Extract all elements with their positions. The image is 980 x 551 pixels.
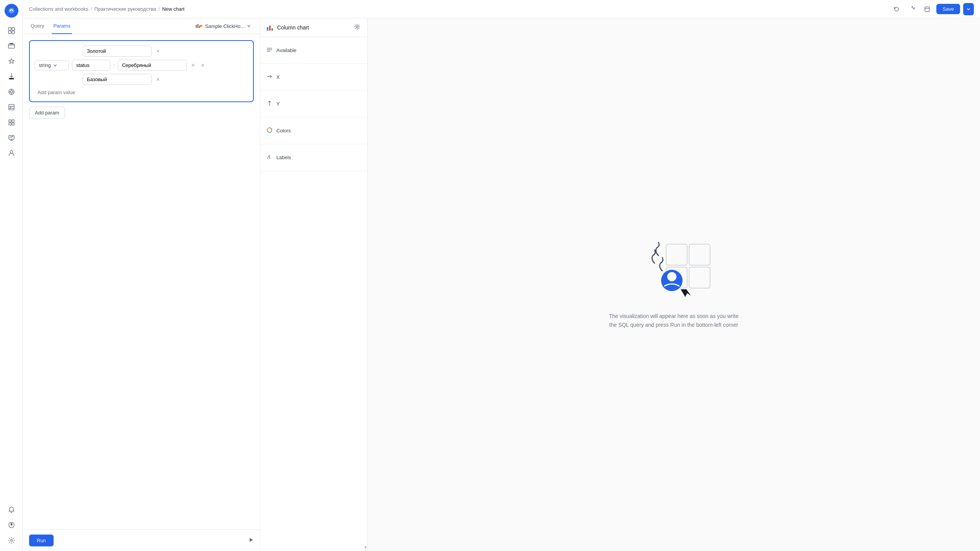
app-logo[interactable]: [5, 4, 18, 18]
chart-options-scroll: Available X Y: [260, 37, 367, 551]
param-row: × string : × ×: [29, 40, 254, 102]
chart-option-colors-label: Colors: [276, 128, 291, 134]
sidebar-item-favorites[interactable]: [5, 54, 18, 68]
svg-point-26: [356, 26, 358, 28]
remove-value-1-button[interactable]: ×: [155, 47, 161, 55]
breadcrumb: Collections and workbooks / Практические…: [29, 6, 887, 12]
tab-params[interactable]: Params: [52, 18, 72, 34]
svg-rect-29: [689, 244, 710, 265]
viz-illustration: [635, 240, 712, 303]
chart-title: Column chart: [277, 24, 350, 31]
run-button[interactable]: Run: [29, 535, 54, 546]
svg-rect-12: [12, 123, 14, 125]
save-dropdown-button[interactable]: [963, 3, 974, 15]
param-value-input-3[interactable]: [83, 74, 152, 85]
viz-empty-text: The visualization will appear here as so…: [609, 312, 739, 329]
param-type-select[interactable]: string: [34, 60, 69, 70]
sidebar-item-connections[interactable]: [5, 85, 18, 99]
sidebar-item-datasets[interactable]: [5, 100, 18, 114]
x-axis-icon: [266, 73, 273, 81]
sidebar-item-apps[interactable]: [5, 24, 18, 37]
svg-rect-2: [12, 28, 15, 30]
sidebar-item-dashboards[interactable]: [5, 116, 18, 129]
tab-query[interactable]: Query: [29, 18, 46, 34]
svg-rect-18: [196, 25, 197, 28]
svg-point-33: [667, 272, 676, 281]
breadcrumb-collections[interactable]: Collections and workbooks: [29, 6, 88, 12]
breadcrumb-sep2: /: [158, 6, 160, 12]
param-colon: :: [113, 62, 115, 68]
sidebar-item-help[interactable]: [5, 518, 18, 532]
svg-rect-25: [271, 28, 273, 31]
sidebar-item-notifications[interactable]: [5, 503, 18, 517]
topbar-actions: Save: [890, 3, 974, 15]
svg-point-22: [200, 25, 201, 26]
content-area: Query Params Sample ClickHo...: [23, 18, 980, 551]
remove-value-2-button[interactable]: ×: [190, 62, 196, 69]
svg-point-0: [9, 10, 10, 11]
param-value-row-3: ×: [34, 74, 248, 85]
scroll-down-arrow[interactable]: ▼: [362, 544, 367, 551]
svg-rect-31: [689, 267, 710, 288]
redo-button[interactable]: [906, 3, 918, 15]
sidebar: [0, 0, 23, 551]
param-values: × string : × ×: [34, 46, 248, 85]
svg-rect-8: [9, 104, 14, 110]
y-axis-icon: [266, 100, 273, 108]
labels-icon: A: [266, 154, 273, 161]
breadcrumb-current: New chart: [162, 6, 185, 12]
chart-options-list: Available X Y: [260, 37, 367, 551]
svg-point-14: [10, 151, 13, 153]
sidebar-item-profile[interactable]: [5, 146, 18, 160]
remove-value-3-button[interactable]: ×: [155, 76, 161, 83]
chart-option-labels[interactable]: A Labels: [260, 144, 367, 171]
chart-header: Column chart: [260, 18, 367, 37]
chart-config-panel: Column chart Available: [260, 18, 368, 551]
breadcrumb-sep1: /: [91, 6, 92, 12]
sidebar-item-monitor[interactable]: [5, 131, 18, 145]
chart-option-y-label: Y: [276, 101, 280, 107]
source-name: Sample ClickHo...: [205, 23, 245, 29]
play-button[interactable]: [248, 537, 254, 544]
param-value-input-1[interactable]: [83, 46, 152, 57]
param-value-input-2[interactable]: [118, 60, 187, 71]
viz-placeholder-graphic: [635, 240, 712, 302]
left-panel: Query Params Sample ClickHo...: [23, 18, 260, 551]
window-button[interactable]: [921, 3, 933, 15]
add-value-button[interactable]: Add param value: [34, 88, 78, 97]
remove-param-button[interactable]: ×: [199, 62, 206, 69]
sidebar-item-actions[interactable]: [5, 70, 18, 83]
svg-rect-4: [12, 31, 15, 34]
bottom-bar: Run: [23, 530, 260, 551]
data-source-selector[interactable]: Sample ClickHo...: [192, 18, 254, 34]
param-type-label: string: [39, 62, 51, 68]
breadcrumb-guides[interactable]: Практические руководства: [94, 6, 156, 12]
svg-point-7: [10, 91, 13, 93]
tab-bar: Query Params Sample ClickHo...: [23, 18, 260, 34]
svg-rect-3: [8, 31, 11, 34]
svg-rect-24: [269, 26, 271, 31]
main-area: Collections and workbooks / Практические…: [23, 0, 980, 551]
svg-rect-11: [9, 123, 11, 125]
chart-option-labels-label: Labels: [276, 155, 291, 160]
save-button[interactable]: Save: [936, 4, 960, 14]
chart-option-colors[interactable]: Colors: [260, 117, 367, 144]
visualization-panel: The visualization will appear here as so…: [368, 18, 980, 551]
chart-option-available[interactable]: Available: [260, 37, 367, 64]
svg-rect-5: [8, 44, 15, 48]
param-name-input[interactable]: [72, 60, 110, 71]
chart-option-available-label: Available: [276, 47, 297, 53]
sidebar-item-settings[interactable]: [5, 533, 18, 547]
chart-settings-button[interactable]: [353, 23, 361, 32]
sidebar-item-collections[interactable]: [5, 39, 18, 53]
chart-option-y[interactable]: Y: [260, 91, 367, 117]
topbar: Collections and workbooks / Практические…: [23, 0, 980, 18]
svg-rect-23: [267, 27, 268, 31]
param-type-value-row: string : × ×: [34, 60, 248, 71]
add-param-button[interactable]: Add param: [29, 107, 65, 119]
svg-rect-28: [666, 244, 687, 265]
available-icon: [266, 47, 273, 54]
undo-button[interactable]: [890, 3, 903, 15]
chart-option-x[interactable]: X: [260, 64, 367, 91]
colors-icon: [266, 127, 273, 135]
